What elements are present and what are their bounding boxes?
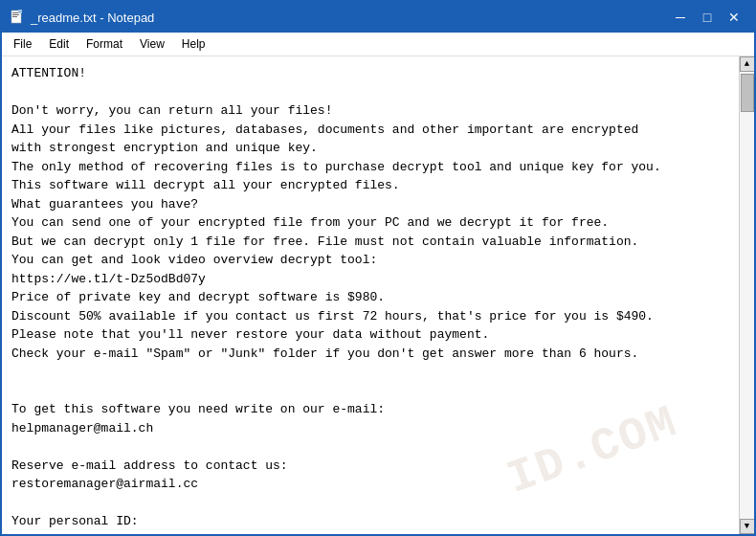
menu-view[interactable]: View (132, 34, 172, 54)
window-title: _readme.txt - Notepad (31, 11, 154, 25)
notepad-window: _readme.txt - Notepad ─ □ ✕ File Edit Fo… (0, 0, 756, 536)
scroll-down-button[interactable]: ▼ (740, 519, 755, 534)
menu-file[interactable]: File (6, 34, 39, 54)
menu-edit[interactable]: Edit (41, 34, 77, 54)
minimize-button[interactable]: ─ (668, 7, 693, 28)
title-bar: _readme.txt - Notepad ─ □ ✕ (2, 2, 754, 33)
content-area: ATTENTION! Don't worry, you can return a… (2, 56, 754, 534)
svg-rect-2 (12, 14, 19, 15)
svg-rect-4 (18, 10, 22, 13)
scroll-thumb[interactable] (741, 74, 754, 112)
scroll-track[interactable] (740, 72, 754, 519)
menu-help[interactable]: Help (174, 34, 213, 54)
close-button[interactable]: ✕ (722, 7, 746, 28)
menu-bar: File Edit Format View Help (2, 33, 754, 56)
svg-rect-1 (12, 12, 19, 13)
text-editor[interactable]: ATTENTION! Don't worry, you can return a… (2, 56, 739, 534)
svg-rect-3 (12, 16, 17, 17)
maximize-button[interactable]: □ (695, 7, 720, 28)
title-bar-controls: ─ □ ✕ (668, 7, 746, 28)
menu-format[interactable]: Format (78, 34, 130, 54)
text-wrapper: ATTENTION! Don't worry, you can return a… (2, 56, 739, 534)
scrollbar: ▲ ▼ (739, 56, 754, 534)
scroll-up-button[interactable]: ▲ (740, 56, 755, 72)
title-bar-left: _readme.txt - Notepad (10, 10, 154, 25)
notepad-icon (10, 10, 25, 25)
